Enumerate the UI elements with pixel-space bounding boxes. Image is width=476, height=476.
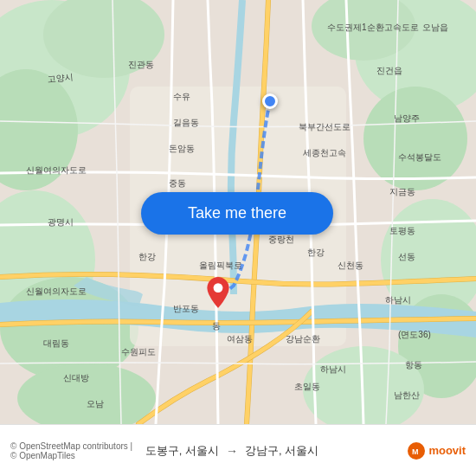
svg-text:한강: 한강 <box>307 248 325 257</box>
svg-text:북부간선도로: 북부간선도로 <box>299 122 351 132</box>
svg-text:진관동: 진관동 <box>128 60 154 69</box>
svg-text:진건읍: 진건읍 <box>376 66 402 75</box>
svg-text:하남시: 하남시 <box>385 295 411 305</box>
svg-text:올림픽북로: 올림픽북로 <box>199 261 242 270</box>
moovit-logo: M moovit <box>408 442 466 460</box>
map-container: 고양시 신월여의자도로 광명시 신월여의자도로 진관동 수유 길음동 돈암동 중… <box>0 0 476 424</box>
svg-text:수도권제1순환고속도로: 수도권제1순환고속도로 <box>327 23 419 32</box>
svg-text:신월여의자도로: 신월여의자도로 <box>26 165 87 175</box>
moovit-text: moovit <box>428 444 466 457</box>
svg-text:신천동: 신천동 <box>338 261 363 270</box>
svg-text:남한산: 남한산 <box>394 390 420 400</box>
svg-point-5 <box>363 87 467 190</box>
svg-text:동: 동 <box>212 321 221 331</box>
svg-text:토평동: 토평동 <box>389 226 415 235</box>
svg-text:선동: 선동 <box>398 252 415 261</box>
svg-text:반포동: 반포동 <box>173 304 199 313</box>
svg-text:남양주: 남양주 <box>394 113 420 123</box>
svg-text:M: M <box>412 447 419 456</box>
bottom-bar: © OpenStreetMap contributors | © OpenMap… <box>0 424 476 476</box>
svg-point-53 <box>214 283 223 293</box>
svg-text:신대방: 신대방 <box>63 373 89 383</box>
svg-text:여삼동: 여삼동 <box>227 334 253 344</box>
svg-text:중동: 중동 <box>169 178 186 188</box>
svg-text:수원피도: 수원피도 <box>121 347 156 357</box>
svg-text:광명시: 광명시 <box>48 217 74 227</box>
svg-text:중랑천: 중랑천 <box>268 235 294 244</box>
svg-text:신월여의자도로: 신월여의자도로 <box>26 286 87 296</box>
svg-text:수유: 수유 <box>173 92 190 101</box>
svg-text:오남: 오남 <box>87 399 104 408</box>
svg-text:(면도36): (면도36) <box>398 330 431 339</box>
svg-text:초일동: 초일동 <box>294 382 320 391</box>
origin-marker <box>262 93 278 109</box>
route-info: 도봉구, 서울시 → 강남구, 서울시 <box>145 443 402 459</box>
origin-label: 도봉구, 서울시 <box>145 443 219 459</box>
svg-text:항동: 항동 <box>405 360 422 370</box>
svg-text:수석봉달도: 수석봉달도 <box>398 152 441 162</box>
svg-text:강남순환: 강남순환 <box>286 334 320 344</box>
moovit-icon: M <box>408 442 425 460</box>
destination-marker <box>206 277 230 312</box>
svg-text:돈암동: 돈암동 <box>169 144 195 153</box>
arrow-icon: → <box>226 444 238 458</box>
destination-label: 강남구, 서울시 <box>245 443 318 459</box>
svg-text:지금동: 지금동 <box>389 187 415 196</box>
svg-text:세종천고속: 세종천고속 <box>303 148 346 158</box>
svg-text:대림동: 대림동 <box>43 338 69 348</box>
svg-text:한강: 한강 <box>138 252 156 261</box>
svg-text:길음동: 길음동 <box>173 118 199 127</box>
copyright-text: © OpenStreetMap contributors | © OpenMap… <box>10 441 138 460</box>
take-me-there-button[interactable]: Take me there <box>141 192 333 235</box>
svg-text:오남읍: 오남읍 <box>422 23 448 32</box>
svg-text:하남시: 하남시 <box>320 364 346 374</box>
